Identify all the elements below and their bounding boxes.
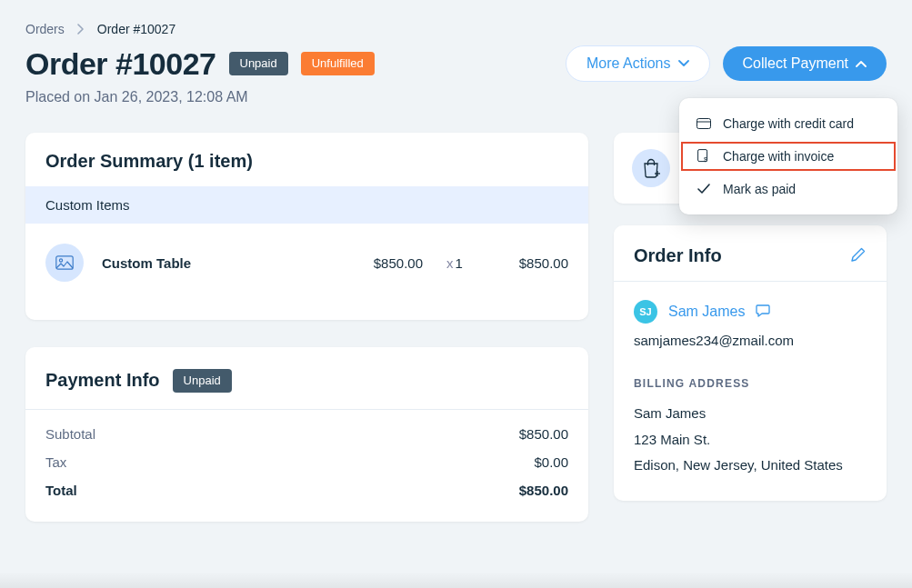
svg-point-5 — [59, 259, 62, 262]
item-unit-price: $850.00 — [350, 255, 423, 271]
subtotal-value: $850.00 — [519, 426, 568, 442]
page-bottom-shadow — [0, 572, 912, 588]
total-label: Total — [45, 483, 77, 498]
menu-item-invoice[interactable]: $ Charge with invoice — [679, 140, 897, 173]
item-quantity: x1 — [441, 255, 468, 271]
order-info-title: Order Info — [634, 245, 722, 266]
menu-item-mark-paid[interactable]: Mark as paid — [679, 173, 897, 205]
order-summary-subhead: Custom Items — [25, 186, 588, 224]
tax-value: $0.00 — [534, 454, 568, 470]
menu-item-credit-card[interactable]: Charge with credit card — [679, 107, 897, 140]
payment-status-badge: Unpaid — [173, 369, 232, 393]
collect-payment-menu: Charge with credit card $ Charge with in… — [679, 98, 897, 214]
svg-rect-4 — [56, 256, 73, 269]
item-name: Custom Table — [102, 255, 332, 271]
customer-name-link[interactable]: Sam James — [668, 304, 745, 320]
chat-icon[interactable] — [756, 304, 770, 321]
breadcrumb-current: Order #10027 — [97, 22, 175, 36]
order-summary-card: Order Summary (1 item) Custom Items Cust… — [25, 133, 588, 320]
more-actions-label: More Actions — [586, 55, 670, 72]
svg-text:$: $ — [704, 156, 707, 163]
chevron-down-icon — [678, 60, 689, 67]
check-icon — [696, 184, 712, 194]
status-badge-unfulfilled: Unfulfilled — [301, 52, 375, 75]
invoice-icon: $ — [696, 149, 712, 164]
total-row: Total $850.00 — [45, 483, 568, 498]
collect-payment-label: Collect Payment — [743, 55, 849, 72]
status-badge-unpaid: Unpaid — [229, 52, 288, 75]
edit-icon[interactable] — [850, 246, 867, 266]
line-item: Custom Table $850.00 x1 $850.00 — [25, 224, 588, 302]
image-icon — [55, 255, 74, 270]
payment-info-card: Payment Info Unpaid Subtotal $850.00 Tax… — [25, 347, 588, 522]
menu-item-label: Charge with credit card — [723, 116, 854, 131]
billing-address-label: BILLING ADDRESS — [634, 377, 867, 390]
customer-email: samjames234@zmail.com — [634, 333, 867, 348]
order-info-card: Order Info SJ Sam James samjames234@zmai… — [614, 225, 887, 501]
collect-payment-button[interactable]: Collect Payment — [723, 46, 887, 81]
svg-rect-0 — [697, 119, 711, 129]
credit-card-icon — [696, 118, 712, 129]
tax-label: Tax — [45, 454, 66, 470]
tax-row: Tax $0.00 — [45, 454, 568, 470]
chevron-up-icon — [856, 60, 867, 67]
item-line-total: $850.00 — [486, 255, 568, 271]
chevron-right-icon — [77, 24, 85, 35]
billing-name: Sam James — [634, 401, 867, 427]
total-value: $850.00 — [519, 483, 568, 498]
breadcrumb: Orders Order #10027 — [25, 22, 887, 36]
item-thumbnail — [45, 244, 84, 282]
breadcrumb-root[interactable]: Orders — [25, 22, 65, 36]
billing-city: Edison, New Jersey, United States — [634, 453, 867, 479]
more-actions-button[interactable]: More Actions — [566, 45, 709, 82]
subtotal-label: Subtotal — [45, 426, 95, 442]
avatar: SJ — [634, 300, 657, 324]
menu-item-label: Charge with invoice — [723, 149, 834, 164]
payment-info-title: Payment Info — [45, 370, 160, 391]
shopping-bag-add-icon[interactable] — [632, 149, 670, 187]
subtotal-row: Subtotal $850.00 — [45, 426, 568, 442]
order-summary-title: Order Summary (1 item) — [25, 133, 588, 186]
billing-street: 123 Main St. — [634, 427, 867, 453]
page-title: Order #10027 — [25, 46, 216, 82]
menu-item-label: Mark as paid — [723, 182, 796, 196]
